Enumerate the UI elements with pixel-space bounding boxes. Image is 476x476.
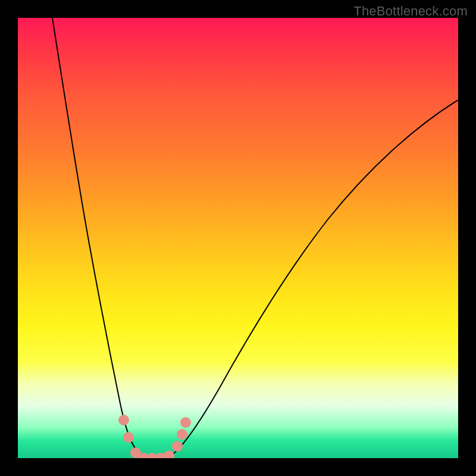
chart-svg: [18, 18, 458, 458]
svg-point-0: [118, 415, 129, 425]
chart-frame: TheBottleneck.com: [0, 0, 476, 476]
bottom-markers: [118, 415, 191, 458]
svg-point-7: [172, 441, 183, 452]
watermark-text: TheBottleneck.com: [353, 4, 468, 19]
right-curve: [167, 100, 458, 458]
plot-area: [18, 18, 458, 458]
svg-point-9: [180, 417, 191, 428]
svg-point-8: [177, 429, 187, 440]
svg-point-1: [123, 432, 134, 443]
left-curve: [52, 18, 144, 458]
svg-point-6: [164, 450, 174, 458]
